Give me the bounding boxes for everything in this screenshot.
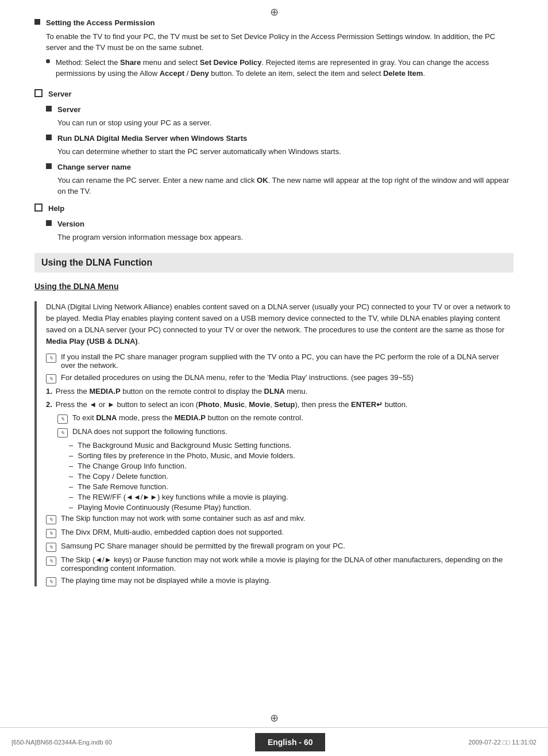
run-dlna-item: Run DLNA Digital Media Server when Windo… <box>46 133 514 157</box>
server-checkbox-item: Server <box>34 89 514 100</box>
checkbox-help-icon <box>34 204 43 212</box>
checkbox-server-icon <box>34 89 43 97</box>
dlna-step-2: 2. Press the ◄ or ► button to select an … <box>46 400 514 409</box>
dash-list: –The Background Music and Background Mus… <box>69 441 514 512</box>
dash-text-5: The Safe Remove function. <box>78 482 168 491</box>
dash-text-3: The Change Group Info function. <box>78 462 186 470</box>
version-content: Version The program version information … <box>57 218 514 243</box>
setting-access-item: Setting the Access Permission To enable … <box>34 17 514 83</box>
dash-text-7: Playing Movie Continuously (Resume Play)… <box>78 503 251 512</box>
page-container: ⊕ Setting the Access Permission To enabl… <box>0 0 548 756</box>
dlna-sub-note-1: ✎ To exit DLNA mode, press the MEDIA.P b… <box>57 413 514 424</box>
setting-access-section: Setting the Access Permission To enable … <box>34 17 514 83</box>
dash-text-6: The REW/FF (◄◄/►►) key functions while a… <box>78 493 288 501</box>
dash-text-2: Sorting files by preference in the Photo… <box>78 451 295 460</box>
dash-item-6: –The REW/FF (◄◄/►►) key functions while … <box>69 493 514 501</box>
run-dlna-title: Run DLNA Digital Media Server when Windo… <box>57 133 514 144</box>
dash-item-5: –The Safe Remove function. <box>69 482 514 491</box>
dash-item-3: –The Change Group Info function. <box>69 462 514 470</box>
step1-label: 1. <box>46 387 52 396</box>
setting-access-bullet-text: Method: Select the Share menu and select… <box>56 57 514 79</box>
dash-item-2: –Sorting files by preference in the Phot… <box>69 451 514 460</box>
server-title: Server <box>57 104 514 116</box>
note-icon-5: ✎ <box>46 543 56 552</box>
change-server-content: Change server name You can rename the PC… <box>57 162 514 197</box>
dash-char-6: – <box>69 493 73 501</box>
dash-char-4: – <box>69 472 73 481</box>
note-icon-1: ✎ <box>46 354 56 363</box>
dash-text-4: The Copy / Delete function. <box>78 472 168 481</box>
version-item: Version The program version information … <box>46 218 514 243</box>
dlna-note-3: ✎ The Skip function may not work with so… <box>46 514 514 524</box>
using-dlna-heading-bar: Using the DLNA Function <box>34 253 514 273</box>
setting-access-content: Setting the Access Permission To enable … <box>46 17 514 83</box>
dash-text-1: The Background Music and Background Musi… <box>78 441 291 450</box>
footer-right-text: 2009-07-22 □□ 11:31:02 <box>468 739 537 746</box>
circle-bullet-icon <box>46 59 50 63</box>
dlna-note-1: ✎ If you install the PC share manager pr… <box>46 352 514 370</box>
dash-item-1: –The Background Music and Background Mus… <box>69 441 514 450</box>
footer-bar: [650-NA]BN68-02344A-Eng.indb 60 English … <box>0 727 548 756</box>
server-body: You can run or stop using your PC as a s… <box>57 117 514 129</box>
version-body: The program version information message … <box>57 232 514 243</box>
server-checkbox-label: Server <box>48 89 514 100</box>
square-bullet-change-icon <box>46 163 52 169</box>
dlna-note-2-text: For detailed procedures on using the DLN… <box>61 373 414 382</box>
footer-left-text: [650-NA]BN68-02344A-Eng.indb 60 <box>11 739 112 746</box>
dash-item-4: –The Copy / Delete function. <box>69 472 514 481</box>
dlna-step-1: 1. Press the MEDIA.P button on the remot… <box>46 387 514 396</box>
sub-note-icon-1: ✎ <box>57 415 68 424</box>
square-bullet-icon <box>34 19 40 25</box>
square-bullet-server-icon <box>46 106 52 112</box>
square-bullet-dlna-icon <box>46 135 52 140</box>
note-7-text: The playing time may not be displayed wh… <box>61 576 271 585</box>
sub-note-2-text: DLNA does not support the following func… <box>72 427 227 436</box>
sub-note-1-text: To exit DLNA mode, press the MEDIA.P but… <box>72 413 303 422</box>
version-title: Version <box>57 218 514 230</box>
change-server-item: Change server name You can rename the PC… <box>46 162 514 197</box>
note-icon-2: ✎ <box>46 374 56 383</box>
note-4-text: The Divx DRM, Multi-audio, embedded capt… <box>61 528 284 536</box>
server-bullet-content: Server You can run or stop using your PC… <box>57 104 514 128</box>
sub-note-icon-2: ✎ <box>57 428 68 438</box>
using-dlna-title: Using the DLNA Function <box>41 258 152 267</box>
dash-char-7: – <box>69 503 73 512</box>
step1-text: Press the MEDIA.P button on the remote c… <box>56 387 308 396</box>
run-dlna-content: Run DLNA Digital Media Server when Windo… <box>57 133 514 157</box>
note-icon-4: ✎ <box>46 529 56 538</box>
dlna-note-5: ✎ Samsung PC Share manager should be per… <box>46 542 514 552</box>
help-checkbox-item: Help <box>34 203 514 214</box>
dash-char-2: – <box>69 451 73 460</box>
square-bullet-version-icon <box>46 220 52 226</box>
using-dlna-menu-heading: Using the DLNA Menu <box>34 282 514 291</box>
dash-char-3: – <box>69 462 73 470</box>
note-5-text: Samsung PC Share manager should be permi… <box>61 542 345 550</box>
note-6-text: The Skip (◄/► keys) or Pause function ma… <box>61 555 514 573</box>
change-server-body: You can rename the PC server. Enter a ne… <box>57 175 514 197</box>
dlna-note-4: ✎ The Divx DRM, Multi-audio, embedded ca… <box>46 528 514 538</box>
note-icon-7: ✎ <box>46 577 56 586</box>
change-server-title: Change server name <box>57 162 514 173</box>
note-3-text: The Skip function may not work with some… <box>61 514 305 523</box>
dlna-note-7: ✎ The playing time may not be displayed … <box>46 576 514 586</box>
dlna-intro-block: DLNA (Digital Living Network Alliance) e… <box>34 301 514 586</box>
dash-char-5: – <box>69 482 73 491</box>
note-icon-3: ✎ <box>46 515 56 524</box>
server-bullet-item: Server You can run or stop using your PC… <box>46 104 514 128</box>
dlna-note-1-text: If you install the PC share manager prog… <box>61 352 514 370</box>
setting-access-body: To enable the TV to find your PC, the TV… <box>46 31 514 53</box>
footer-center-badge: English - 60 <box>255 733 326 751</box>
dlna-note-2: ✎ For detailed procedures on using the D… <box>46 373 514 383</box>
crosshair-bottom-icon: ⊕ <box>270 712 279 724</box>
setting-access-bullet: Method: Select the Share menu and select… <box>46 57 514 79</box>
help-checkbox-label: Help <box>48 203 514 214</box>
run-dlna-body: You can determine whether to start the P… <box>57 146 514 158</box>
dlna-note-6: ✎ The Skip (◄/► keys) or Pause function … <box>46 555 514 573</box>
footer-page-label: English - 60 <box>268 738 313 747</box>
step2-text: Press the ◄ or ► button to select an ico… <box>56 400 408 409</box>
dlna-intro-text: DLNA (Digital Living Network Alliance) e… <box>46 301 514 348</box>
dlna-sub-note-2: ✎ DLNA does not support the following fu… <box>57 427 514 438</box>
step2-label: 2. <box>46 400 52 409</box>
crosshair-top-icon: ⊕ <box>270 6 279 18</box>
dash-char-1: – <box>69 441 73 450</box>
